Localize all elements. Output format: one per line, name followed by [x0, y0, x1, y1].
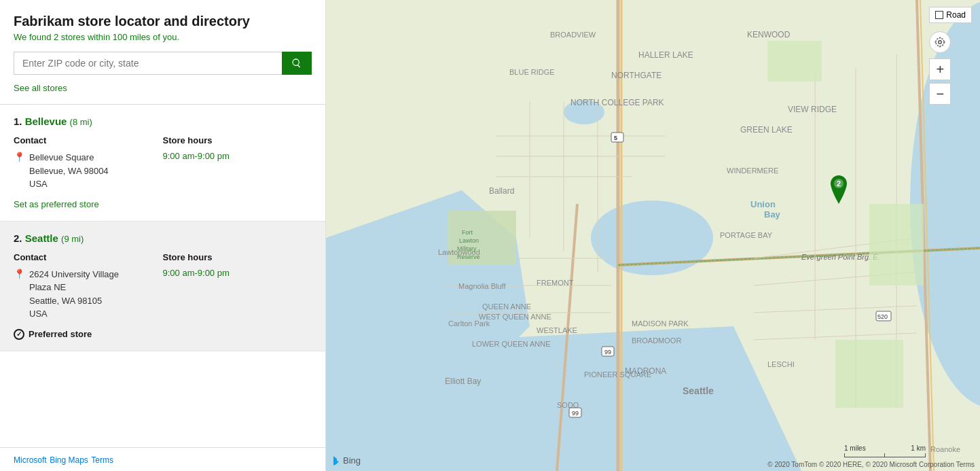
result-subtitle: We found 2 stores within 100 miles of yo…: [14, 32, 312, 42]
see-all-link[interactable]: See all stores: [14, 83, 67, 93]
svg-text:520: 520: [877, 313, 888, 320]
svg-text:MADISON PARK: MADISON PARK: [632, 319, 689, 328]
store-name-2: Seattle: [25, 232, 58, 244]
panel-header: Fabrikam store locator and directory We …: [0, 0, 325, 104]
road-checkbox: [935, 11, 943, 19]
svg-text:Fort: Fort: [462, 229, 473, 236]
bing-label: Bing: [343, 455, 361, 466]
svg-text:KENWOOD: KENWOOD: [747, 30, 791, 39]
check-circle-icon: ✓: [14, 329, 24, 340]
svg-text:Seattle: Seattle: [683, 385, 714, 396]
location-icon-1: 📍: [14, 152, 25, 162]
map-attribution: © 2020 TomTom © 2020 HERE, © 2020 Micros…: [767, 461, 975, 468]
svg-text:5: 5: [614, 135, 617, 141]
zoom-out-button[interactable]: −: [929, 83, 951, 105]
store-name-1: Bellevue: [25, 116, 67, 127]
store-card-bellevue[interactable]: 1. Bellevue (8 mi) Contact 📍 Bellevue Sq…: [0, 105, 325, 222]
store-details-1: Contact 📍 Bellevue Square Bellevue, WA 9…: [14, 135, 312, 191]
hours-text-1: 9:00 am-9:00 pm: [163, 151, 312, 161]
svg-text:Ballard: Ballard: [489, 186, 514, 196]
map-svg: Evergreen Point Brg. E.: [326, 0, 980, 471]
zoom-in-button[interactable]: +: [929, 58, 951, 80]
search-button[interactable]: [282, 52, 312, 75]
svg-text:2: 2: [837, 179, 841, 188]
address-line2-1: Bellevue, WA 98004: [29, 166, 109, 176]
svg-text:Lawtonwood: Lawtonwood: [438, 248, 480, 256]
store-card-seattle[interactable]: 2. Seattle (9 mi) Contact 📍 2624 Univers…: [0, 222, 325, 351]
footer-bingmaps-link[interactable]: Bing Maps: [50, 455, 88, 465]
scale-miles: 1 miles: [844, 444, 866, 452]
contact-label-1: Contact: [14, 135, 163, 145]
footer-terms-link[interactable]: Terms: [91, 455, 113, 465]
store-address-2: 📍 2624 University Village Plaza NE Seatt…: [14, 268, 163, 321]
svg-text:HALLER LAKE: HALLER LAKE: [638, 50, 693, 60]
scale-bar: 1 miles 1 km: [844, 444, 926, 457]
footer: Microsoft Bing Maps Terms: [0, 447, 325, 471]
svg-text:Bay: Bay: [764, 209, 781, 220]
svg-text:BROADMOOR: BROADMOOR: [632, 336, 681, 345]
search-icon: [291, 58, 302, 69]
bing-icon: [331, 456, 341, 466]
address-text-2: 2624 University Village Plaza NE Seattle…: [29, 268, 119, 321]
svg-text:Magnolia Bluff: Magnolia Bluff: [458, 282, 506, 290]
store-details-2: Contact 📍 2624 University Village Plaza …: [14, 252, 312, 321]
location-icon-2: 📍: [14, 268, 25, 279]
hours-label-2: Store hours: [163, 252, 312, 262]
address-line1-2: 2624 University Village: [29, 269, 119, 279]
address-line4-2: USA: [29, 309, 48, 319]
store-contact-col-1: Contact 📍 Bellevue Square Bellevue, WA 9…: [14, 135, 163, 191]
store-list-panel: Fabrikam store locator and directory We …: [0, 0, 326, 471]
contact-label-2: Contact: [14, 252, 163, 262]
svg-text:NORTH COLLEGE PARK: NORTH COLLEGE PARK: [570, 98, 664, 107]
svg-text:NORTHGATE: NORTHGATE: [611, 71, 661, 80]
preferred-label: Preferred store: [29, 329, 92, 339]
svg-text:WINDERMERE: WINDERMERE: [727, 167, 778, 175]
address-line3-1: USA: [29, 179, 48, 189]
svg-text:GREEN LAKE: GREEN LAKE: [740, 125, 793, 135]
attribution-text: © 2020 TomTom © 2020 HERE, © 2020 Micros…: [767, 461, 975, 468]
svg-text:LOWER QUEEN ANNE: LOWER QUEEN ANNE: [472, 340, 551, 348]
store-hours-col-2: Store hours 9:00 am-9:00 pm: [163, 252, 312, 321]
store-number-1: 1.: [14, 116, 22, 127]
page-title: Fabrikam store locator and directory: [14, 14, 312, 29]
set-preferred-link-1[interactable]: Set as preferred store: [14, 199, 99, 209]
store-address-1: 📍 Bellevue Square Bellevue, WA 98004 USA: [14, 151, 163, 191]
scale-km: 1 km: [911, 444, 926, 452]
road-label: Road: [946, 10, 966, 20]
locate-icon: [934, 36, 946, 48]
svg-rect-37: [835, 340, 903, 408]
svg-text:LESCHI: LESCHI: [767, 360, 795, 368]
store-name-row-2: 2. Seattle (9 mi): [14, 232, 312, 244]
search-input[interactable]: [14, 52, 282, 75]
map-pin-seattle[interactable]: 2: [829, 175, 849, 204]
svg-rect-38: [767, 41, 822, 82]
svg-text:QUEEN ANNE: QUEEN ANNE: [482, 302, 531, 311]
bing-logo: Bing: [331, 455, 361, 466]
scale-line: [844, 453, 926, 457]
svg-text:Elliott Bay: Elliott Bay: [445, 377, 481, 386]
map-controls: Road + −: [929, 7, 972, 105]
address-line1-1: Bellevue Square: [29, 152, 94, 162]
svg-text:99: 99: [572, 410, 579, 417]
scale-half: [845, 453, 885, 457]
svg-text:Union: Union: [750, 199, 776, 209]
preferred-badge: ✓ Preferred store: [14, 329, 312, 340]
address-text-1: Bellevue Square Bellevue, WA 98004 USA: [29, 151, 109, 191]
svg-text:Roanoke: Roanoke: [930, 445, 960, 453]
svg-text:WESTLAKE: WESTLAKE: [537, 326, 577, 334]
svg-text:PORTAGE BAY: PORTAGE BAY: [720, 231, 773, 239]
hours-label-1: Store hours: [163, 135, 312, 145]
svg-rect-36: [869, 204, 924, 285]
svg-point-96: [939, 41, 942, 44]
address-line2-2: Plaza NE: [29, 282, 66, 292]
store-dist-2: (9 mi): [61, 234, 84, 244]
road-toggle-button[interactable]: Road: [929, 7, 972, 23]
address-line3-2: Seattle, WA 98105: [29, 296, 102, 306]
store-name-row-1: 1. Bellevue (8 mi): [14, 116, 312, 127]
svg-text:VIEW RIDGE: VIEW RIDGE: [788, 105, 837, 114]
locate-me-button[interactable]: [929, 31, 951, 53]
footer-microsoft-link[interactable]: Microsoft: [14, 455, 47, 465]
scale-labels: 1 miles 1 km: [844, 444, 926, 452]
svg-text:FREMONT: FREMONT: [537, 279, 574, 287]
map-container[interactable]: Evergreen Point Brg. E.: [326, 0, 980, 471]
